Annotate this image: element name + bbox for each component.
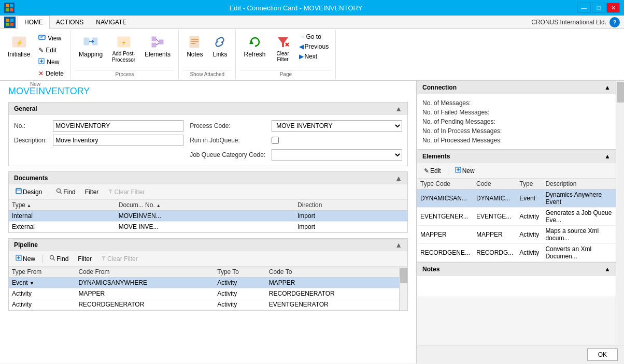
- list-item[interactable]: RECORDGENE...RECORDG...ActivityConverts …: [417, 244, 616, 262]
- pipeline-find-button[interactable]: Find: [46, 253, 72, 264]
- job-queue-category-code-label: Job Queue Category Code:: [190, 151, 265, 158]
- pipeline-collapse-icon[interactable]: ▲: [395, 241, 402, 249]
- table-row[interactable]: ActivityRECORDGENERATORActivityEVENTGENE…: [9, 299, 399, 310]
- general-section-title: General: [14, 105, 37, 112]
- general-collapse-icon[interactable]: ▲: [395, 105, 402, 113]
- general-section-header[interactable]: General ▲: [9, 103, 407, 115]
- documents-find-button[interactable]: Find: [52, 186, 79, 197]
- table-row[interactable]: ExternalMOVE INVE...Import: [9, 222, 407, 232]
- documents-section-header[interactable]: Documents ▲: [9, 172, 407, 184]
- links-button[interactable]: Links: [208, 32, 231, 61]
- pipeline-table-wrap: Type From Code From Type To Code To Even…: [9, 267, 407, 310]
- documents-filter-button[interactable]: Filter: [81, 187, 103, 197]
- ribbon-group-page-label: Page: [240, 70, 331, 77]
- refresh-icon: [247, 35, 263, 51]
- elements-button[interactable]: Elements: [141, 32, 174, 61]
- documents-clear-filter-icon: [108, 188, 113, 196]
- elements-section-title: Elements: [422, 153, 450, 160]
- pipeline-clear-filter-button[interactable]: Clear Filter: [97, 254, 141, 264]
- svg-text:+: +: [122, 39, 125, 47]
- elem-col-type-code[interactable]: Type Code: [417, 179, 473, 190]
- col-code-from[interactable]: Code From: [75, 267, 214, 278]
- connection-section-content: No. of Messages: No. of Failed Messages:…: [417, 94, 616, 149]
- documents-clear-filter-button[interactable]: Clear Filter: [104, 187, 148, 197]
- svg-rect-0: [6, 4, 9, 7]
- refresh-button[interactable]: Refresh: [240, 32, 269, 61]
- elem-col-description[interactable]: Description: [542, 179, 616, 190]
- col-type[interactable]: Type: [9, 200, 116, 211]
- mapping-button[interactable]: Mapping: [75, 32, 106, 61]
- connection-collapse-icon[interactable]: ▲: [604, 84, 611, 91]
- col-code-to[interactable]: Code To: [266, 267, 399, 278]
- documents-design-button[interactable]: Design: [12, 186, 46, 197]
- elements-new-button[interactable]: New: [451, 165, 478, 176]
- main-content: MOVEINVENTORY General ▲ No.: Process Cod…: [0, 81, 624, 363]
- col-docno[interactable]: Docum... No.: [116, 200, 294, 211]
- tab-home[interactable]: HOME: [18, 16, 50, 29]
- list-item[interactable]: EVENTGENER...EVENTGE...ActivityGenerates…: [417, 208, 616, 226]
- general-section-content: No.: Process Code: MOVE INVENTORY Descri…: [9, 115, 407, 166]
- elements-collapse-icon[interactable]: ▲: [604, 153, 611, 160]
- clear-filter-icon: [275, 35, 291, 51]
- clear-filter-button[interactable]: ClearFilter: [272, 32, 294, 65]
- tab-actions[interactable]: ACTIONS: [50, 16, 90, 29]
- refresh-label: Refresh: [244, 51, 265, 58]
- col-type-from[interactable]: Type From: [9, 267, 75, 278]
- no-input[interactable]: [53, 120, 183, 132]
- add-post-processor-button[interactable]: + Add Post-Processor: [108, 32, 139, 66]
- pipeline-new-button[interactable]: New: [12, 253, 39, 264]
- find-icon: [56, 188, 62, 196]
- general-section: General ▲ No.: Process Code: MOVE INVENT…: [8, 102, 408, 166]
- maximize-button[interactable]: □: [592, 3, 605, 13]
- run-in-jobqueue-label: Run in JobQueue:: [190, 137, 265, 144]
- connection-section-header[interactable]: Connection ▲: [417, 81, 616, 94]
- view-button[interactable]: View: [36, 32, 66, 44]
- pipeline-section: Pipeline ▲ New Find Filt: [8, 238, 408, 311]
- col-direction[interactable]: Direction: [294, 200, 407, 211]
- svg-point-43: [50, 256, 54, 259]
- elements-edit-button[interactable]: ✎ Edit: [420, 166, 445, 176]
- go-to-button[interactable]: → Go to: [296, 32, 332, 41]
- ok-button[interactable]: OK: [587, 348, 618, 361]
- documents-table-wrap: Type Docum... No. Direction InternalMOVE…: [9, 200, 407, 232]
- elem-col-code[interactable]: Code: [473, 179, 516, 190]
- pipeline-scroll[interactable]: [399, 267, 407, 310]
- pipeline-clear-filter-icon: [101, 255, 106, 263]
- new-small-button[interactable]: New: [36, 56, 66, 67]
- job-queue-category-code-select[interactable]: [272, 149, 402, 161]
- table-row[interactable]: Event ▼DYNAMICSANYWHEREActivityMAPPER: [9, 278, 399, 288]
- help-button[interactable]: ?: [609, 17, 620, 27]
- svg-rect-23: [152, 43, 156, 47]
- pipeline-section-header[interactable]: Pipeline ▲: [9, 239, 407, 251]
- svg-rect-22: [152, 37, 156, 41]
- process-code-label: Process Code:: [190, 122, 265, 129]
- description-input[interactable]: [53, 135, 183, 146]
- pipeline-filter-button[interactable]: Filter: [74, 254, 95, 264]
- initialise-button[interactable]: ⚡ Initialise: [4, 32, 34, 61]
- right-panel-scroll-content: Connection ▲ No. of Messages: No. of Fai…: [417, 81, 624, 363]
- notes-button[interactable]: Notes: [183, 32, 206, 61]
- next-button[interactable]: ▶ Next: [296, 52, 332, 61]
- list-item[interactable]: MAPPERMAPPERActivityMaps a source Xml do…: [417, 226, 616, 244]
- documents-collapse-icon[interactable]: ▲: [395, 174, 402, 182]
- table-row[interactable]: InternalMOVEINVEN...Import: [9, 211, 407, 222]
- elements-section-header[interactable]: Elements ▲: [417, 150, 616, 163]
- previous-button[interactable]: ◀ Previous: [296, 42, 332, 51]
- table-row[interactable]: ActivityMAPPERActivityRECORDGENERATOR: [9, 288, 399, 299]
- tab-navigate[interactable]: NAVIGATE: [90, 16, 133, 29]
- svg-rect-4: [6, 19, 9, 22]
- right-panel-scrollbar[interactable]: [616, 81, 624, 363]
- run-in-jobqueue-checkbox[interactable]: [272, 137, 279, 144]
- notes-collapse-icon[interactable]: ▲: [604, 266, 611, 273]
- process-code-select[interactable]: MOVE INVENTORY: [272, 120, 402, 132]
- minimize-button[interactable]: —: [577, 3, 591, 13]
- svg-text:⚡: ⚡: [15, 39, 23, 47]
- notes-section-header[interactable]: Notes ▲: [417, 263, 616, 276]
- close-button[interactable]: ✕: [606, 3, 620, 13]
- col-type-to[interactable]: Type To: [214, 267, 266, 278]
- delete-button[interactable]: ✕ Delete: [36, 68, 66, 79]
- list-item[interactable]: DYNAMICSAN...DYNAMIC...EventDynamics Any…: [417, 190, 616, 208]
- pipeline-section-title: Pipeline: [14, 241, 38, 249]
- elem-col-type[interactable]: Type: [516, 179, 542, 190]
- edit-button[interactable]: ✎ Edit: [36, 45, 66, 55]
